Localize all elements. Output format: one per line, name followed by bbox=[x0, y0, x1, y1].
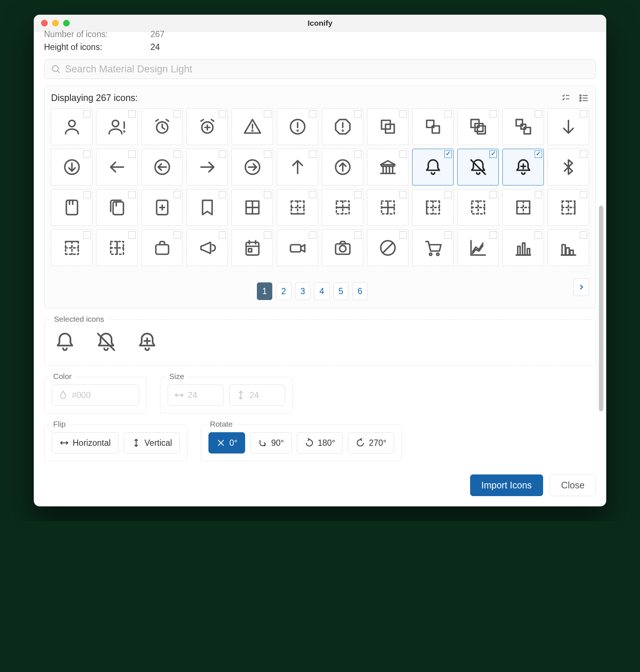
select-checkbox[interactable] bbox=[264, 231, 271, 239]
icon-bullhorn[interactable] bbox=[186, 230, 228, 266]
close-window-button[interactable] bbox=[41, 20, 48, 26]
icon-cancel[interactable] bbox=[367, 230, 408, 266]
select-checkbox[interactable] bbox=[219, 231, 226, 239]
color-input[interactable] bbox=[72, 390, 101, 400]
icon-bank[interactable] bbox=[367, 149, 408, 185]
select-checkbox[interactable] bbox=[309, 231, 316, 239]
icon-alarm[interactable] bbox=[141, 108, 183, 145]
select-checkbox[interactable] bbox=[535, 110, 542, 118]
icon-border-bottom[interactable] bbox=[277, 189, 318, 226]
icon-book-plus[interactable] bbox=[141, 189, 183, 226]
select-checkbox[interactable] bbox=[444, 110, 452, 118]
select-checkbox[interactable] bbox=[309, 110, 316, 118]
select-checkbox[interactable] bbox=[535, 231, 542, 239]
select-checkbox[interactable] bbox=[354, 191, 361, 198]
icon-account[interactable] bbox=[51, 108, 92, 145]
icon-arrow-right[interactable] bbox=[186, 149, 228, 185]
zoom-window-button[interactable] bbox=[63, 20, 70, 26]
select-checkbox[interactable] bbox=[580, 191, 587, 198]
icon-border-inside[interactable] bbox=[367, 189, 408, 226]
select-checkbox[interactable] bbox=[535, 191, 542, 198]
select-checkbox[interactable] bbox=[354, 110, 361, 118]
icon-briefcase[interactable] bbox=[141, 230, 183, 266]
page-2[interactable]: 2 bbox=[276, 282, 291, 300]
list-view-icon[interactable] bbox=[579, 93, 589, 103]
select-checkbox[interactable] bbox=[444, 231, 452, 239]
icon-border-outside[interactable] bbox=[502, 189, 544, 226]
select-checkbox[interactable] bbox=[580, 151, 587, 158]
icon-arrange-send-to-back[interactable] bbox=[502, 108, 544, 145]
select-checkbox[interactable] bbox=[490, 231, 497, 239]
icon-account-alert[interactable] bbox=[96, 108, 138, 145]
icon-book[interactable] bbox=[51, 189, 92, 226]
select-checkbox[interactable] bbox=[83, 110, 91, 118]
icon-border-left[interactable] bbox=[412, 189, 454, 226]
icon-arrow-down[interactable] bbox=[548, 108, 589, 145]
select-checkbox[interactable] bbox=[174, 110, 181, 118]
select-checkbox[interactable] bbox=[399, 231, 407, 239]
icon-cart[interactable] bbox=[412, 230, 454, 266]
icon-arrow-down-circle[interactable] bbox=[51, 149, 92, 185]
icon-alert-circle[interactable] bbox=[277, 108, 318, 145]
icon-arrange-bring-to-front[interactable] bbox=[457, 108, 499, 145]
selected-bell[interactable] bbox=[54, 331, 76, 354]
icon-chart-histogram[interactable] bbox=[548, 230, 589, 266]
icon-bookmark[interactable] bbox=[186, 189, 228, 226]
select-checkbox[interactable] bbox=[490, 151, 497, 158]
icon-bell[interactable] bbox=[412, 149, 454, 185]
icon-arrow-left[interactable] bbox=[96, 149, 138, 185]
select-checkbox[interactable] bbox=[490, 191, 497, 198]
select-checkbox[interactable] bbox=[264, 191, 271, 198]
select-checkbox[interactable] bbox=[128, 151, 136, 158]
page-4[interactable]: 4 bbox=[314, 282, 330, 300]
icon-arrow-up[interactable] bbox=[277, 149, 318, 185]
icon-book-multiple[interactable] bbox=[96, 189, 138, 226]
select-checkbox[interactable] bbox=[174, 151, 181, 158]
select-checkbox[interactable] bbox=[264, 151, 271, 158]
select-checkbox[interactable] bbox=[174, 231, 181, 239]
icon-arrow-right-circle[interactable] bbox=[232, 149, 273, 185]
select-checkbox[interactable] bbox=[535, 151, 542, 158]
select-checkbox[interactable] bbox=[354, 231, 361, 239]
select-checkbox[interactable] bbox=[309, 191, 316, 198]
icon-border-all[interactable] bbox=[232, 189, 273, 226]
icon-bluetooth[interactable] bbox=[548, 149, 589, 185]
vertical-scrollbar[interactable] bbox=[599, 206, 603, 411]
select-checkbox[interactable] bbox=[128, 191, 136, 198]
select-checkbox[interactable] bbox=[354, 151, 361, 158]
rotate-90-button[interactable]: 90° bbox=[250, 432, 292, 454]
icon-calendar[interactable] bbox=[232, 230, 273, 266]
select-checkbox[interactable] bbox=[219, 191, 226, 198]
icon-border-right[interactable] bbox=[548, 189, 589, 226]
height-field[interactable] bbox=[229, 384, 285, 406]
flip-vertical-button[interactable]: Vertical bbox=[124, 432, 180, 454]
select-checkbox[interactable] bbox=[399, 151, 407, 158]
icon-chart-bar[interactable] bbox=[502, 230, 544, 266]
page-3[interactable]: 3 bbox=[295, 282, 310, 300]
icon-arrow-left-circle[interactable] bbox=[141, 149, 183, 185]
select-checkbox[interactable] bbox=[264, 110, 271, 118]
height-input[interactable] bbox=[250, 390, 279, 400]
select-checkbox[interactable] bbox=[83, 231, 91, 239]
close-button[interactable]: Close bbox=[550, 474, 596, 496]
icon-alarm-plus[interactable] bbox=[186, 108, 228, 145]
select-checkbox[interactable] bbox=[580, 110, 587, 118]
color-field[interactable] bbox=[52, 384, 139, 406]
width-input[interactable] bbox=[188, 390, 217, 400]
select-checkbox[interactable] bbox=[444, 191, 452, 198]
minimize-window-button[interactable] bbox=[52, 20, 59, 26]
page-5[interactable]: 5 bbox=[333, 282, 349, 300]
icon-alert-octagon[interactable] bbox=[322, 108, 363, 145]
icon-arrow-up-circle[interactable] bbox=[322, 149, 363, 185]
icon-chart-areaspline[interactable] bbox=[457, 230, 499, 266]
select-checkbox[interactable] bbox=[83, 151, 91, 158]
select-checkbox[interactable] bbox=[580, 231, 587, 239]
next-page-button[interactable] bbox=[574, 278, 589, 296]
icon-arrange-send-backward[interactable] bbox=[412, 108, 454, 145]
icon-border-horizontal[interactable] bbox=[322, 189, 363, 226]
icon-alert-triangle[interactable] bbox=[232, 108, 273, 145]
select-checkbox[interactable] bbox=[83, 191, 91, 198]
width-field[interactable] bbox=[168, 384, 223, 406]
select-checkbox[interactable] bbox=[174, 191, 181, 198]
checklist-view-icon[interactable] bbox=[560, 93, 571, 103]
